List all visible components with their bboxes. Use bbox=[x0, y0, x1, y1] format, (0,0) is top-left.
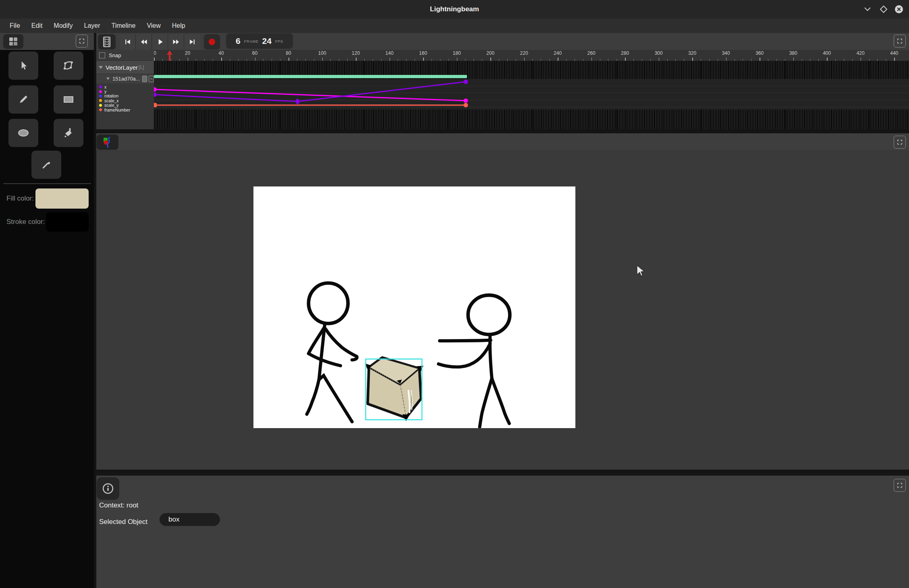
sublayer-ease-button[interactable]: ~ bbox=[149, 76, 154, 82]
ruler-label: 340 bbox=[722, 50, 730, 56]
stroke-color-swatch[interactable] bbox=[46, 212, 89, 232]
ruler-tick bbox=[692, 58, 693, 61]
ruler-tick bbox=[861, 58, 861, 61]
property-row-x[interactable]: x bbox=[96, 85, 154, 89]
select-tool-button[interactable] bbox=[8, 52, 38, 80]
sublayer-row[interactable]: 151ad70a... ~ bbox=[96, 74, 154, 83]
play-button[interactable] bbox=[152, 34, 168, 50]
property-row-frameNumber[interactable]: frameNumber bbox=[96, 108, 154, 112]
canvas-expand-button[interactable] bbox=[894, 136, 906, 149]
playhead[interactable] bbox=[165, 50, 174, 61]
timeline-expand-button[interactable] bbox=[894, 35, 906, 48]
skip-to-end-button[interactable] bbox=[184, 34, 200, 50]
cursor-icon bbox=[18, 60, 29, 71]
info-mode-button[interactable] bbox=[97, 477, 119, 500]
keyframe-x-85[interactable] bbox=[296, 99, 299, 104]
info-icon bbox=[102, 482, 114, 495]
menu-file[interactable]: File bbox=[4, 22, 26, 29]
inspector-panel bbox=[96, 473, 909, 588]
ruler-tick bbox=[457, 58, 458, 61]
keyframe-frameNumber-0[interactable] bbox=[154, 103, 157, 108]
menu-edit[interactable]: Edit bbox=[26, 22, 48, 29]
ruler-label: 320 bbox=[688, 50, 696, 56]
property-color-dot bbox=[99, 108, 102, 111]
window-title: Lightningbeam bbox=[0, 0, 909, 19]
property-row-scale_y[interactable]: scale_y bbox=[96, 103, 154, 108]
ruler-tick bbox=[524, 58, 525, 61]
record-button[interactable] bbox=[204, 34, 220, 50]
layer-collapse-caret[interactable] bbox=[99, 66, 103, 69]
tools-divider bbox=[3, 183, 91, 184]
ellipse-tool-button[interactable] bbox=[8, 119, 38, 147]
rectangle-tool-button[interactable] bbox=[54, 85, 83, 114]
ruler-tick bbox=[255, 58, 256, 61]
ruler-label: 120 bbox=[352, 50, 360, 56]
layer-row-vectorlayer[interactable]: VectorLayer [L] bbox=[96, 61, 154, 74]
menu-help[interactable]: Help bbox=[166, 22, 191, 29]
property-name: y bbox=[104, 89, 106, 94]
fast-forward-button[interactable] bbox=[168, 34, 184, 50]
frame-value: 6 bbox=[236, 36, 241, 46]
keyframe-y-185[interactable] bbox=[463, 99, 468, 103]
minimize-icon[interactable] bbox=[863, 4, 872, 14]
keyframe-x-0[interactable] bbox=[154, 93, 157, 97]
menu-modify[interactable]: Modify bbox=[48, 22, 78, 29]
expand-icon bbox=[79, 38, 85, 44]
property-name: scale_y bbox=[104, 103, 119, 108]
ellipse-icon bbox=[17, 128, 29, 138]
panel-grid-button[interactable] bbox=[3, 34, 23, 49]
ruler-label: 140 bbox=[386, 50, 394, 56]
curve-y[interactable] bbox=[155, 89, 466, 101]
selected-object-field[interactable]: box bbox=[160, 513, 220, 526]
menu-timeline[interactable]: Timeline bbox=[106, 22, 141, 29]
keyframe-x-185[interactable] bbox=[463, 80, 468, 84]
ruler-label: 300 bbox=[655, 50, 663, 56]
ruler-tick bbox=[322, 58, 323, 61]
ruler-tick bbox=[760, 58, 760, 61]
paint-bucket-tool-button[interactable] bbox=[54, 119, 83, 147]
property-row-y[interactable]: y bbox=[96, 89, 154, 93]
sublayer-collapse-caret[interactable] bbox=[106, 78, 110, 80]
skip-end-icon bbox=[188, 38, 196, 46]
keyframe-frameNumber-185[interactable] bbox=[463, 103, 468, 108]
ruler-label: 280 bbox=[621, 50, 629, 56]
close-icon[interactable] bbox=[894, 4, 904, 14]
timeline-ruler[interactable]: 0204060801001201401601802002202402602803… bbox=[154, 50, 909, 61]
fill-color-swatch[interactable] bbox=[35, 188, 89, 209]
eyedropper-tool-button[interactable] bbox=[31, 151, 61, 179]
shapes-mode-button[interactable] bbox=[97, 135, 118, 150]
drawing-canvas[interactable] bbox=[253, 186, 575, 428]
animation-curves bbox=[154, 61, 909, 129]
keyframe-y-0[interactable] bbox=[154, 87, 157, 92]
transform-tool-button[interactable] bbox=[54, 52, 83, 80]
ruler-tick bbox=[288, 58, 289, 61]
property-row-scale_x[interactable]: scale_x bbox=[96, 98, 154, 103]
menu-view[interactable]: View bbox=[141, 22, 166, 29]
maximize-icon[interactable] bbox=[879, 4, 888, 14]
timeline-track-area[interactable] bbox=[154, 61, 909, 129]
stick-figure-left[interactable] bbox=[307, 283, 357, 422]
property-color-dot bbox=[99, 95, 102, 97]
inspector-expand-button[interactable] bbox=[894, 479, 906, 492]
tools-expand-button[interactable] bbox=[76, 35, 88, 48]
grid-icon bbox=[8, 37, 18, 46]
snap-checkbox[interactable] bbox=[99, 52, 105, 58]
property-color-dot bbox=[99, 90, 102, 93]
menu-layer[interactable]: Layer bbox=[78, 22, 106, 29]
sublayer-swatch-button[interactable] bbox=[142, 76, 147, 82]
timeline-mode-button[interactable] bbox=[98, 34, 116, 50]
property-row-rotation[interactable]: rotation bbox=[96, 94, 154, 98]
ruler-label: 440 bbox=[890, 50, 898, 56]
pencil-tool-button[interactable] bbox=[8, 85, 38, 114]
ruler-label: 20 bbox=[185, 50, 190, 56]
rewind-button[interactable] bbox=[136, 34, 152, 50]
snap-row: Snap bbox=[96, 50, 154, 61]
ruler-label: 160 bbox=[419, 50, 427, 56]
ruler-tick bbox=[558, 58, 558, 61]
stick-figure-right[interactable] bbox=[438, 295, 510, 427]
skip-to-start-button[interactable] bbox=[120, 34, 136, 50]
transform-icon bbox=[63, 60, 74, 71]
tools-panel bbox=[0, 33, 94, 588]
box-object[interactable] bbox=[365, 358, 423, 421]
rewind-icon bbox=[139, 38, 148, 46]
